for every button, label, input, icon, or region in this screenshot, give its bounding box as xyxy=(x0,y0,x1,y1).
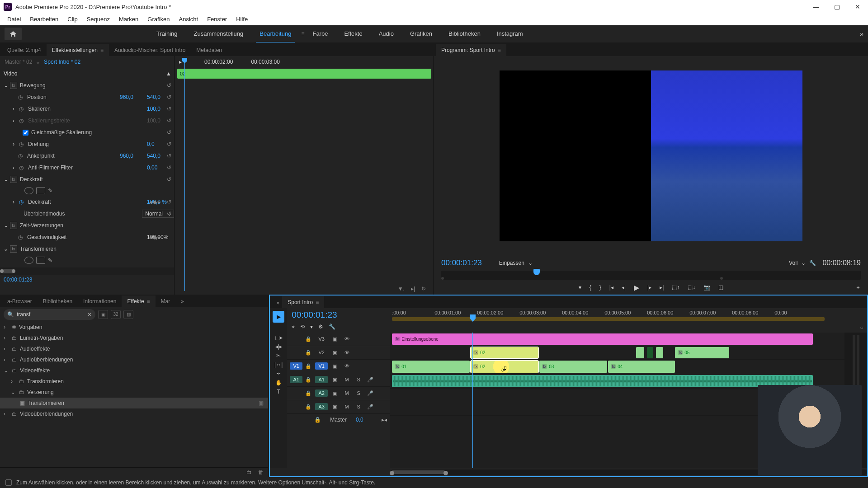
menu-clip[interactable]: Clip xyxy=(63,14,82,24)
stopwatch-icon[interactable]: ◷ xyxy=(19,106,26,112)
mask-ellipse-icon[interactable] xyxy=(24,257,33,264)
home-button[interactable] xyxy=(5,28,22,40)
play-icon[interactable]: ▶ xyxy=(634,283,639,292)
zoom-fit-select[interactable]: Einpassen xyxy=(499,260,524,266)
linked-selection-icon[interactable]: ⟲ xyxy=(300,324,305,330)
menu-bearbeiten[interactable]: Bearbeiten xyxy=(25,14,63,24)
close-button[interactable]: ✕ xyxy=(847,0,868,14)
new-bin-icon[interactable]: 🗀 xyxy=(246,469,252,475)
stopwatch-icon[interactable]: ◷ xyxy=(18,94,25,100)
tab-audio-mixer[interactable]: Audioclip-Mischer: Sport Intro xyxy=(109,44,191,56)
tree-audiotrans[interactable]: ›🗀Audioüberblendungen xyxy=(0,354,268,365)
toggle-sync-icon[interactable]: 👁 xyxy=(342,363,351,369)
pen-tool-icon[interactable]: ✒ xyxy=(276,371,281,377)
menu-marken[interactable]: Marken xyxy=(114,14,143,24)
mask-rect-icon[interactable] xyxy=(36,257,45,264)
clip-v2-a[interactable] xyxy=(636,347,644,358)
trash-icon[interactable]: 🗑 xyxy=(258,469,264,475)
tab-menu-icon[interactable]: ≡ xyxy=(498,47,501,53)
fx-badge[interactable]: fx xyxy=(10,222,17,229)
program-timecode[interactable]: 00:00:01:23 xyxy=(441,258,482,267)
ec-hscroll[interactable] xyxy=(0,267,174,275)
kf-next-icon[interactable]: ▸ xyxy=(158,234,160,240)
clip-03[interactable]: fx03 xyxy=(539,361,607,373)
lock-icon[interactable]: 🔒 xyxy=(305,363,312,369)
kf-add-icon[interactable]: ◆ xyxy=(153,234,157,240)
hand-tool-icon[interactable]: ✋ xyxy=(275,380,282,386)
lift-icon[interactable]: ⬚↑ xyxy=(672,284,679,291)
lock-icon[interactable]: 🔒 xyxy=(305,350,312,356)
clip-04[interactable]: fx04 xyxy=(608,361,675,373)
ec-playhead[interactable] xyxy=(184,58,185,291)
toggle-sync-icon[interactable]: 👁 xyxy=(342,336,351,342)
add-button-icon[interactable]: ＋ xyxy=(855,284,861,291)
reset-icon[interactable]: ↺ xyxy=(167,117,171,124)
menu-sequenz[interactable]: Sequenz xyxy=(82,14,114,24)
track-header-a3[interactable]: 🔒A3▣MS🎤 xyxy=(287,400,390,414)
go-to-out-icon[interactable]: ▸| xyxy=(660,284,664,291)
master-level[interactable]: 0,0 xyxy=(356,417,363,423)
twist-icon[interactable]: › xyxy=(13,164,19,171)
mute-toggle[interactable]: M xyxy=(342,377,351,382)
tree-lumetri[interactable]: ›🗀Lumetri-Vorgaben xyxy=(0,333,268,343)
ws-menu-icon[interactable]: ≡ xyxy=(301,31,304,37)
stopwatch-icon[interactable]: ◷ xyxy=(19,141,26,147)
yuv-badge-icon[interactable]: ▥ xyxy=(123,310,133,319)
program-playhead[interactable] xyxy=(533,269,540,275)
tab-overflow-icon[interactable]: » xyxy=(175,296,189,307)
mask-pen-icon[interactable]: ✎ xyxy=(48,257,52,263)
export-frame-icon[interactable]: 📷 xyxy=(703,284,710,291)
ws-zusammenstellung[interactable]: Zusammenstellung xyxy=(185,28,251,41)
fx-badge[interactable]: fx xyxy=(10,82,17,89)
ws-grafiken[interactable]: Grafiken xyxy=(402,28,440,41)
marker-icon[interactable]: ▾ xyxy=(579,284,581,291)
program-scrubber[interactable] xyxy=(441,271,861,280)
tab-sequence[interactable]: Sport Intro≡ xyxy=(282,296,324,308)
reset-icon[interactable]: ↺ xyxy=(167,82,171,89)
wrench-icon[interactable]: 🔧 xyxy=(809,260,816,266)
tab-menu-icon[interactable]: ≡ xyxy=(100,47,104,53)
tree-transform-folder[interactable]: ›🗀Transformieren xyxy=(0,376,268,387)
menu-fenster[interactable]: Fenster xyxy=(203,14,231,24)
step-fwd-icon[interactable]: |▸ xyxy=(647,284,651,291)
mask-rect-icon[interactable] xyxy=(36,187,45,194)
kf-next-icon[interactable]: ▸ xyxy=(158,199,160,205)
maximize-button[interactable]: ▢ xyxy=(826,0,847,14)
lock-icon[interactable]: 🔒 xyxy=(305,390,312,396)
stopwatch-icon[interactable]: ◷ xyxy=(18,234,25,240)
clip-02[interactable]: fx02⮰ xyxy=(471,361,538,373)
type-tool-icon[interactable]: T xyxy=(277,389,280,395)
ec-loop-icon[interactable]: ↻ xyxy=(421,286,426,292)
ws-audio[interactable]: Audio xyxy=(371,28,402,41)
compare-icon[interactable]: ◫ xyxy=(718,284,723,291)
twist-icon[interactable]: ⌄ xyxy=(4,176,10,183)
anchor-x[interactable]: 960,0 xyxy=(120,153,147,159)
track-select-tool-icon[interactable]: ⬚▸ xyxy=(275,334,283,341)
clear-search-icon[interactable]: ✕ xyxy=(87,311,92,318)
extract-icon[interactable]: ⬚↓ xyxy=(688,284,695,291)
reset-icon[interactable]: ↺ xyxy=(167,211,171,217)
ec-keyframe-area[interactable]: ▸00:00:02:0000:00:03:00 02 ▼. ▸| ↻ xyxy=(174,56,433,295)
menu-grafiken[interactable]: Grafiken xyxy=(143,14,174,24)
program-viewer[interactable] xyxy=(500,70,802,241)
wrench-icon[interactable]: 🔧 xyxy=(329,324,335,330)
effects-search[interactable]: 🔍 ✕ xyxy=(4,309,95,320)
ec-filter-icon[interactable]: ▼. xyxy=(398,286,405,292)
stopwatch-active-icon[interactable]: ◷ xyxy=(19,199,26,205)
chevron-down-icon[interactable]: ⌄ xyxy=(36,59,40,65)
clip-v2-c[interactable] xyxy=(656,347,663,358)
clip-v2-02[interactable]: fx02 xyxy=(471,347,538,358)
in-point-icon[interactable]: { xyxy=(590,284,591,291)
lock-icon[interactable]: 🔒 xyxy=(305,404,312,410)
tab-menu-icon[interactable]: ≡ xyxy=(316,299,319,305)
ec-play-icon[interactable]: ▸ xyxy=(179,59,182,65)
track-header-a1[interactable]: A1🔒A1▣MS🎤 xyxy=(287,373,390,387)
tab-libraries[interactable]: Bibliotheken xyxy=(38,296,78,307)
fx-badge[interactable]: fx xyxy=(10,176,17,183)
go-to-next-icon[interactable]: ▸◂ xyxy=(382,417,387,423)
ec-sequence-label[interactable]: Sport Intro * 02 xyxy=(44,59,80,65)
toggle-output-icon[interactable]: ▣ xyxy=(330,336,340,342)
kf-prev-icon[interactable]: ◂ xyxy=(149,234,152,240)
ws-bearbeitung[interactable]: Bearbeitung xyxy=(251,28,299,41)
tab-metadata[interactable]: Metadaten xyxy=(191,44,227,56)
